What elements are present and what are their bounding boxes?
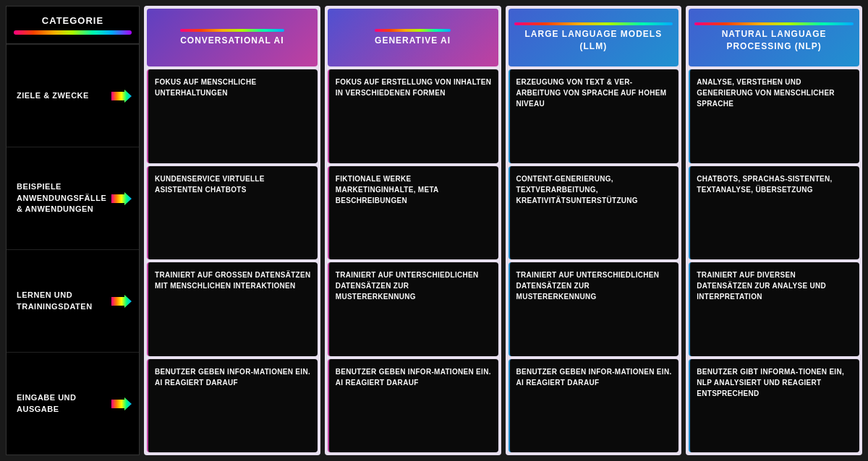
rainbow-bar-generative bbox=[375, 29, 451, 32]
cell-llm-3: BENUTZER GEBEN INFOR-MATIONEN EIN. AI RE… bbox=[509, 359, 679, 453]
cell-llm-2: TRAINIERT AUF UNTERSCHIEDLICHEN DATENSÄT… bbox=[509, 262, 679, 356]
column-generative: GENERATIVE AI FOKUS AUF ERSTELLUNG VON I… bbox=[325, 6, 501, 455]
svg-marker-1 bbox=[111, 192, 132, 205]
cell-text-conversational-2: TRAINIERT AUF GROSSEN DATENSÄTZEN MIT ME… bbox=[155, 270, 311, 291]
cell-text-nlp-2: TRAINIERT AUF DIVERSEN DATENSÄTZEN ZUR A… bbox=[697, 270, 853, 302]
column-header-text-llm: LARGE LANGUAGE MODELS (LLM) bbox=[514, 28, 673, 53]
arrow-icon-ziele bbox=[111, 89, 132, 103]
cell-text-generative-2: TRAINIERT AUF UNTERSCHIEDLICHEN DATENSÄT… bbox=[336, 270, 492, 302]
cell-text-conversational-3: BENUTZER GEBEN INFOR-MATIONEN EIN. AI RE… bbox=[155, 366, 311, 388]
sidebar-item-eingabe[interactable]: EINGABE UND AUSGABE bbox=[7, 352, 139, 454]
column-header-text-conversational: CONVERSATIONAL AI bbox=[180, 35, 284, 47]
svg-marker-3 bbox=[111, 397, 132, 410]
cell-conversational-3: BENUTZER GEBEN INFOR-MATIONEN EIN. AI RE… bbox=[147, 359, 318, 453]
sidebar-item-ziele[interactable]: ZIELE & ZWECKE bbox=[7, 44, 139, 147]
rainbow-bar bbox=[14, 30, 132, 35]
sidebar: CATEGORIE ZIELE & ZWECKE bbox=[6, 6, 140, 455]
rainbow-bar-nlp bbox=[694, 22, 854, 25]
cell-conversational-2: TRAINIERT AUF GROSSEN DATENSÄTZEN MIT ME… bbox=[147, 262, 318, 356]
sidebar-item-beispiele[interactable]: BEISPIELE ANWENDUNGSFÄLLE & ANWENDUNGEN bbox=[7, 147, 139, 249]
sidebar-item-label-ziele: ZIELE & ZWECKE bbox=[17, 90, 89, 101]
sidebar-header-text: CATEGORIE bbox=[14, 15, 132, 26]
rainbow-bar-conversational bbox=[180, 29, 284, 32]
cell-text-llm-2: TRAINIERT AUF UNTERSCHIEDLICHEN DATENSÄT… bbox=[516, 270, 673, 302]
cell-text-nlp-0: ANALYSE, VERSTEHEN UND GENERIERUNG VON M… bbox=[697, 77, 853, 109]
svg-marker-2 bbox=[111, 295, 132, 308]
cell-text-conversational-0: FOKUS AUF MENSCHLICHE UNTERHALTUNGEN bbox=[155, 77, 311, 98]
main-container: CATEGORIE ZIELE & ZWECKE bbox=[0, 0, 868, 461]
cell-conversational-1: KUNDENSERVICE VIRTUELLE ASISTENTEN CHATB… bbox=[147, 166, 318, 260]
sidebar-item-label-beispiele: BEISPIELE ANWENDUNGSFÄLLE & ANWENDUNGEN bbox=[17, 181, 111, 215]
cell-text-generative-0: FOKUS AUF ERSTELLUNG VON INHALTEN IN VER… bbox=[336, 77, 492, 98]
cell-llm-1: CONTENT-GENERIERUNG, TEXTVERARBEITUNG, K… bbox=[509, 166, 679, 260]
cell-generative-0: FOKUS AUF ERSTELLUNG VON INHALTEN IN VER… bbox=[328, 69, 498, 163]
column-conversational: CONVERSATIONAL AI FOKUS AUF MENSCHLICHE … bbox=[144, 6, 320, 455]
cell-llm-0: ERZEUGUNG VON TEXT & VER-ARBEITUNG VON S… bbox=[509, 69, 679, 163]
column-nlp: NATURAL LANGUAGE PROCESSING (NLP) ANALYS… bbox=[686, 6, 862, 455]
cell-text-generative-1: FIKTIONALE WERKE MARKETINGINHALTE, META … bbox=[336, 173, 492, 206]
cell-text-nlp-1: CHATBOTS, SPRACHAS-SISTENTEN, TEXTANALYS… bbox=[697, 173, 853, 195]
column-llm: LARGE LANGUAGE MODELS (LLM) ERZEUGUNG VO… bbox=[506, 6, 682, 455]
cell-generative-1: FIKTIONALE WERKE MARKETINGINHALTE, META … bbox=[328, 166, 498, 260]
sidebar-item-lernen[interactable]: LERNEN UND TRAININGSDATEN bbox=[7, 249, 139, 352]
svg-marker-0 bbox=[111, 90, 132, 103]
column-header-conversational: CONVERSATIONAL AI bbox=[147, 9, 318, 66]
arrow-icon-eingabe bbox=[111, 397, 132, 411]
cell-text-llm-0: ERZEUGUNG VON TEXT & VER-ARBEITUNG VON S… bbox=[516, 77, 673, 109]
arrow-icon-lernen bbox=[111, 294, 132, 309]
rainbow-bar-llm bbox=[514, 22, 673, 25]
cell-generative-3: BENUTZER GEBEN INFOR-MATIONEN EIN. AI RE… bbox=[328, 359, 498, 453]
column-header-nlp: NATURAL LANGUAGE PROCESSING (NLP) bbox=[689, 9, 859, 66]
cell-nlp-3: BENUTZER GIBT INFORMA-TIONEN EIN, NLP AN… bbox=[689, 359, 859, 453]
sidebar-item-label-eingabe: EINGABE UND AUSGABE bbox=[17, 392, 111, 415]
sidebar-item-label-lernen: LERNEN UND TRAININGSDATEN bbox=[17, 290, 111, 312]
cell-generative-2: TRAINIERT AUF UNTERSCHIEDLICHEN DATENSÄT… bbox=[328, 262, 498, 356]
cell-text-nlp-3: BENUTZER GIBT INFORMA-TIONEN EIN, NLP AN… bbox=[697, 366, 853, 399]
column-header-text-generative: GENERATIVE AI bbox=[375, 35, 451, 47]
cell-nlp-1: CHATBOTS, SPRACHAS-SISTENTEN, TEXTANALYS… bbox=[689, 166, 859, 260]
cell-nlp-0: ANALYSE, VERSTEHEN UND GENERIERUNG VON M… bbox=[689, 69, 859, 163]
arrow-icon-beispiele bbox=[111, 191, 132, 206]
cell-text-llm-1: CONTENT-GENERIERUNG, TEXTVERARBEITUNG, K… bbox=[516, 173, 673, 206]
column-header-generative: GENERATIVE AI bbox=[328, 9, 498, 66]
cell-nlp-2: TRAINIERT AUF DIVERSEN DATENSÄTZEN ZUR A… bbox=[689, 262, 859, 356]
content-area: CONVERSATIONAL AI FOKUS AUF MENSCHLICHE … bbox=[144, 6, 862, 455]
cell-conversational-0: FOKUS AUF MENSCHLICHE UNTERHALTUNGEN bbox=[147, 69, 318, 163]
column-header-llm: LARGE LANGUAGE MODELS (LLM) bbox=[509, 9, 679, 66]
cell-text-llm-3: BENUTZER GEBEN INFOR-MATIONEN EIN. AI RE… bbox=[516, 366, 673, 388]
cell-text-conversational-1: KUNDENSERVICE VIRTUELLE ASISTENTEN CHATB… bbox=[155, 173, 311, 195]
cell-text-generative-3: BENUTZER GEBEN INFOR-MATIONEN EIN. AI RE… bbox=[336, 366, 492, 388]
column-header-text-nlp: NATURAL LANGUAGE PROCESSING (NLP) bbox=[694, 28, 854, 53]
sidebar-header: CATEGORIE bbox=[7, 7, 139, 44]
